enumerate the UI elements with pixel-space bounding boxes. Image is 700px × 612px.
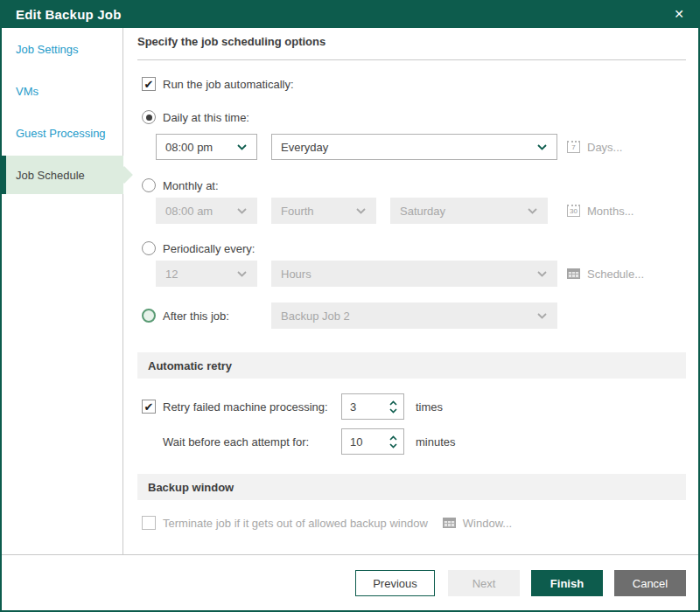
monthly-weekday-select[interactable]: Saturday [390, 198, 548, 224]
daily-time-select[interactable]: 08:00 pm [156, 134, 257, 160]
sidebar-item-guest-processing[interactable]: Guest Processing [2, 114, 123, 152]
sidebar-item-label: Job Schedule [16, 169, 85, 182]
wait-suffix: minutes [416, 428, 456, 455]
sidebar-item-label: Guest Processing [16, 127, 106, 140]
schedule-grid-icon [567, 268, 580, 279]
wait-minutes-value: 10 [350, 435, 362, 449]
wait-label: Wait before each attempt for: [163, 435, 309, 449]
periodically-label: Periodically every: [163, 242, 256, 255]
sidebar-item-vms[interactable]: VMs [2, 72, 123, 110]
months-button-label: Months... [587, 205, 634, 218]
periodically-unit-select[interactable]: Hours [271, 261, 557, 287]
monthly-weekday-value: Saturday [400, 205, 445, 218]
daily-frequency-value: Everyday [281, 141, 328, 154]
terminate-label: Terminate job if it gets out of allowed … [163, 517, 428, 530]
automatic-retry-header: Automatic retry [137, 352, 686, 379]
monthly-time-select[interactable]: 08:00 am [156, 198, 257, 224]
schedule-button[interactable]: Schedule... [567, 261, 644, 287]
sidebar-item-job-settings[interactable]: Job Settings [2, 30, 123, 68]
window-grid-icon [443, 518, 456, 528]
cancel-button[interactable]: Cancel [614, 570, 686, 596]
terminate-checkbox[interactable] [142, 516, 156, 530]
sidebar-item-label: Job Settings [16, 43, 79, 56]
monthly-label: Monthly at: [163, 179, 219, 192]
content-pane: Specify the job scheduling options Run t… [124, 28, 698, 554]
sidebar-item-label: VMs [16, 85, 38, 98]
chevron-down-icon [356, 208, 366, 214]
sidebar: Job Settings VMs Guest Processing Job Sc… [2, 28, 123, 554]
run-automatically-row: Run the job automatically: [142, 76, 294, 92]
chevron-down-icon [237, 144, 247, 150]
terminate-row: Terminate job if it gets out of allowed … [142, 514, 512, 532]
retry-count-stepper[interactable]: 3 [341, 393, 404, 420]
periodically-unit-value: Hours [281, 268, 312, 281]
daily-time-value: 08:00 pm [165, 141, 213, 154]
daily-radio[interactable] [142, 110, 156, 124]
next-button[interactable]: Next [448, 570, 520, 596]
periodically-row: Periodically every: [142, 240, 256, 256]
chevron-down-icon [537, 271, 547, 277]
finish-button[interactable]: Finish [531, 570, 603, 596]
wait-row: Wait before each attempt for: [163, 428, 309, 455]
chevron-down-icon [537, 313, 547, 319]
footer: Previous Next Finish Cancel [2, 554, 698, 610]
after-this-job-radio[interactable] [142, 309, 156, 323]
chevron-down-icon [237, 208, 247, 214]
monthly-time-value: 08:00 am [165, 205, 213, 218]
window-button-label: Window... [463, 517, 512, 530]
chevron-down-icon [237, 271, 247, 277]
retry-row: Retry failed machine processing: [142, 393, 328, 420]
page-title: Specify the job scheduling options [137, 35, 686, 60]
retry-label: Retry failed machine processing: [163, 400, 328, 414]
run-automatically-label: Run the job automatically: [163, 78, 294, 91]
sidebar-item-job-schedule[interactable]: Job Schedule [2, 156, 123, 194]
edit-backup-job-dialog: Edit Backup Job ✕ Job Settings VMs Guest… [0, 0, 700, 612]
after-this-job-row: After this job: [142, 303, 229, 329]
monthly-radio[interactable] [142, 178, 156, 192]
daily-frequency-select[interactable]: Everyday [271, 134, 557, 160]
chevron-down-icon [537, 144, 547, 150]
close-icon[interactable]: ✕ [674, 8, 684, 20]
periodically-interval-value: 12 [165, 268, 178, 281]
after-this-job-select[interactable]: Backup Job 2 [271, 303, 557, 329]
months-button[interactable]: 30 Months... [567, 198, 634, 224]
periodically-radio[interactable] [142, 241, 156, 255]
retry-count-value: 3 [350, 400, 356, 414]
schedule-button-label: Schedule... [587, 268, 644, 281]
chevron-down-icon [389, 408, 397, 414]
days-button[interactable]: 7 Days... [567, 134, 622, 160]
monthly-week-select[interactable]: Fourth [271, 198, 376, 224]
chevron-up-icon [389, 435, 397, 441]
title-bar: Edit Backup Job ✕ [0, 0, 700, 28]
wait-minutes-stepper[interactable]: 10 [341, 428, 404, 455]
periodically-interval-select[interactable]: 12 [156, 261, 257, 287]
backup-window-header: Backup window [137, 474, 686, 500]
after-this-job-label: After this job: [163, 309, 229, 323]
previous-button[interactable]: Previous [355, 570, 435, 596]
retry-suffix: times [416, 393, 443, 420]
run-automatically-checkbox[interactable] [142, 77, 156, 91]
monthly-row: Monthly at: [142, 177, 219, 193]
daily-row: Daily at this time: [142, 109, 249, 125]
calendar-7-icon: 7 [567, 141, 580, 153]
monthly-week-value: Fourth [281, 205, 314, 218]
calendar-30-icon: 30 [567, 205, 580, 217]
daily-label: Daily at this time: [163, 111, 249, 124]
stepper-arrows[interactable] [389, 400, 397, 414]
days-button-label: Days... [587, 141, 622, 154]
chevron-up-icon [389, 400, 397, 406]
chevron-down-icon [528, 208, 537, 214]
chevron-down-icon [389, 443, 397, 449]
dialog-title: Edit Backup Job [16, 7, 122, 22]
window-button[interactable]: Window... [443, 510, 512, 536]
stepper-arrows[interactable] [389, 435, 397, 449]
retry-checkbox[interactable] [142, 400, 156, 414]
after-this-job-value: Backup Job 2 [281, 309, 350, 323]
